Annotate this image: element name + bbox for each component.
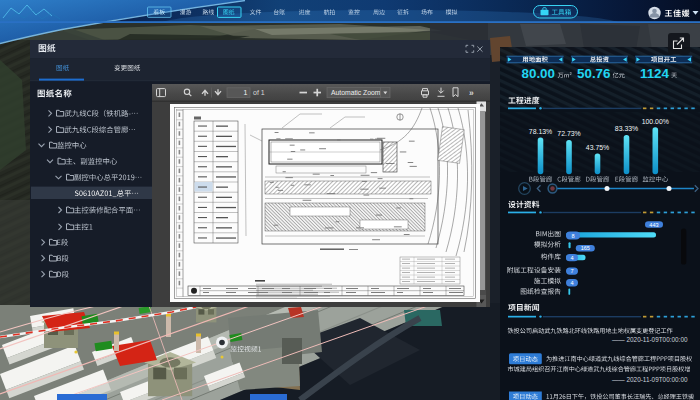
svg-text:»: » [469, 88, 474, 98]
svg-text:100.00%: 100.00% [642, 118, 669, 125]
svg-text:8: 8 [571, 233, 574, 239]
svg-text:1124: 1124 [640, 66, 670, 81]
svg-text:165: 165 [581, 245, 590, 251]
svg-text:80.00: 80.00 [521, 66, 555, 81]
svg-text:83.33%: 83.33% [615, 125, 638, 132]
svg-text:4: 4 [570, 280, 573, 286]
svg-text:—— 2020-11-09T00:00:00: —— 2020-11-09T00:00:00 [612, 376, 688, 383]
svg-text:443: 443 [649, 222, 658, 228]
svg-text:1: 1 [244, 89, 248, 96]
svg-text:43.75%: 43.75% [586, 144, 609, 151]
svg-text:Automatic Zoom: Automatic Zoom [331, 89, 381, 96]
svg-text:of 1: of 1 [253, 89, 265, 96]
svg-text:4: 4 [570, 255, 573, 261]
svg-text:50.76: 50.76 [577, 66, 611, 81]
svg-text:78.13%: 78.13% [529, 128, 552, 135]
svg-text:7: 7 [570, 268, 573, 274]
svg-text:72.73%: 72.73% [557, 130, 580, 137]
svg-text:—— 2020-11-09T00:00:00: —— 2020-11-09T00:00:00 [612, 336, 688, 343]
